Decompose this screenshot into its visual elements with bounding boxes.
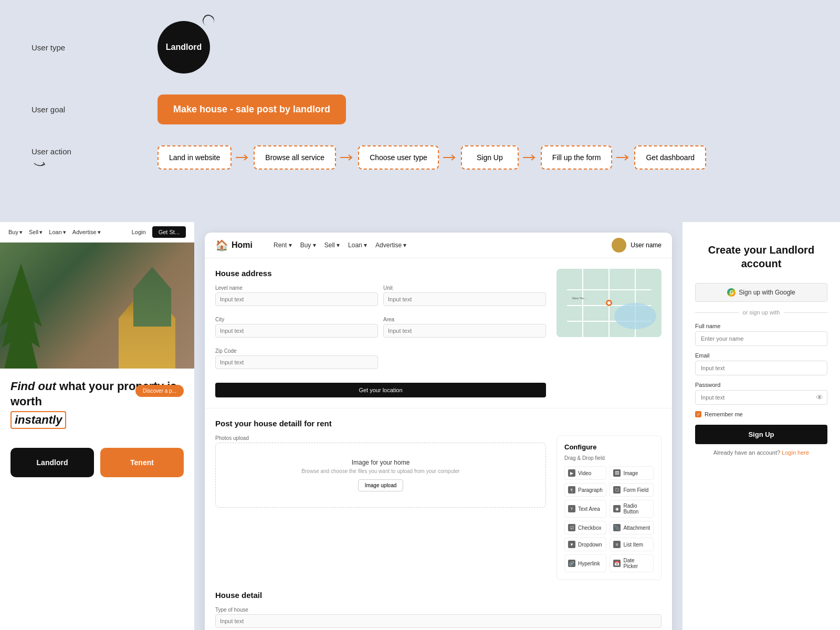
- checkbox-icon: ☑: [568, 524, 575, 531]
- upload-desc: Browse and choose the files you want to …: [226, 468, 535, 474]
- config-radio[interactable]: ◉ Radio Button: [610, 500, 654, 518]
- signup-title: Create your Landlord account: [695, 243, 827, 270]
- attachment-icon: 📎: [613, 524, 621, 531]
- svg-text:New Yor...: New Yor...: [572, 297, 586, 300]
- divider-line-right: [784, 312, 827, 313]
- city-label: City: [215, 317, 378, 322]
- landlord-button[interactable]: Landlord: [10, 448, 94, 477]
- config-dropdown[interactable]: ▼ Dropdown: [564, 538, 606, 551]
- full-name-input[interactable]: [695, 331, 827, 346]
- remember-row: ✓ Remember me: [695, 411, 827, 417]
- address-grid: Level name Unit City Area: [215, 285, 546, 374]
- radio-icon: ◉: [613, 505, 621, 512]
- form-nav-rent[interactable]: Rent ▾: [274, 242, 292, 249]
- unit-input[interactable]: [383, 292, 546, 306]
- nav-advertise[interactable]: Advertise ▾: [72, 229, 101, 236]
- photos-label: Photos upload: [215, 435, 546, 441]
- post-title: Post your house detaill for rent: [215, 419, 662, 428]
- user-type-row: User type Landlord: [32, 21, 808, 74]
- nav-sell[interactable]: Sell ▾: [29, 229, 43, 236]
- logo-area: 🏠 Homi: [215, 239, 253, 251]
- config-list[interactable]: ≡ List Item: [610, 538, 654, 551]
- password-input[interactable]: [695, 390, 827, 405]
- dropdown-icon: ▼: [568, 541, 575, 548]
- nav-loan[interactable]: Loan ▾: [49, 229, 66, 236]
- left-nav: Buy ▾ Sell ▾ Loan ▾ Advertise ▾ Login Ge…: [0, 222, 194, 243]
- email-input[interactable]: [695, 361, 827, 375]
- form-nav-sell[interactable]: Sell ▾: [324, 242, 340, 249]
- map-placeholder: New Yor...: [556, 269, 662, 337]
- instantly-label: instantly: [10, 411, 66, 429]
- configure-box: Configure Drag & Drop field ▶ Video 🖼 Im…: [556, 435, 662, 580]
- bottom-section: Buy ▾ Sell ▾ Loan ▾ Advertise ▾ Login Ge…: [0, 222, 840, 630]
- nav-user: User name: [612, 238, 662, 253]
- signup-button[interactable]: Sign Up: [695, 425, 827, 444]
- arrow-2: [339, 152, 355, 163]
- user-type-buttons: ↙ Landlord Tenent: [0, 439, 194, 486]
- config-date[interactable]: 📅 Date Picker: [610, 554, 654, 572]
- house-address-section: House address Level name Unit City: [205, 258, 672, 408]
- get-location-button[interactable]: Get your location: [215, 383, 546, 397]
- nav-avatar: [612, 238, 626, 253]
- type-label: Type of house: [215, 607, 662, 613]
- area-input[interactable]: [383, 324, 546, 338]
- landlord-circle: Landlord: [158, 21, 210, 74]
- image-upload-button[interactable]: Image upload: [358, 479, 404, 491]
- form-card: 🏠 Homi Rent ▾ Buy ▾ Sell ▾ Loan ▾ Advert…: [205, 233, 672, 630]
- left-panel-landing: Buy ▾ Sell ▾ Loan ▾ Advertise ▾ Login Ge…: [0, 222, 194, 630]
- area-label: Area: [383, 317, 546, 322]
- zip-label: Zip Code: [215, 348, 378, 354]
- drag-drop-label: Drag & Drop field: [564, 455, 654, 461]
- google-btn-label: Sign up with Google: [739, 289, 795, 296]
- city-input[interactable]: [215, 324, 378, 338]
- password-label: Password: [695, 382, 827, 388]
- config-image[interactable]: 🖼 Image: [610, 466, 654, 480]
- login-button[interactable]: Login: [132, 229, 146, 235]
- login-here-link[interactable]: Login here: [782, 449, 809, 456]
- middle-panel-form: 🏠 Homi Rent ▾ Buy ▾ Sell ▾ Loan ▾ Advert…: [194, 222, 682, 630]
- arrow-1: [235, 152, 250, 163]
- google-icon: G: [727, 288, 736, 297]
- config-grid: ▶ Video 🖼 Image ¶ Paragraph: [564, 466, 654, 572]
- image-icon: 🖼: [613, 469, 621, 477]
- user-goal-box: Make house - sale post by landlord: [158, 94, 346, 124]
- type-input[interactable]: [215, 614, 662, 628]
- form-nav-advertise[interactable]: Advertise ▾: [375, 242, 406, 249]
- config-textarea[interactable]: T Text Area: [564, 500, 606, 518]
- remember-checkbox[interactable]: ✓: [695, 411, 701, 417]
- form-nav-buy[interactable]: Buy ▾: [300, 242, 316, 249]
- zip-input[interactable]: [215, 355, 378, 369]
- config-video[interactable]: ▶ Video: [564, 466, 606, 480]
- house-detail-title: House detail: [215, 591, 662, 600]
- user-goal-row: User goal Make house - sale post by land…: [32, 94, 808, 124]
- config-checkbox[interactable]: ☑ Checkbox: [564, 521, 606, 534]
- form-left: House address Level name Unit City: [215, 269, 546, 397]
- action-step-6: Get dashboard: [634, 145, 706, 170]
- form-nav-loan[interactable]: Loan ▾: [348, 242, 367, 249]
- tenant-button[interactable]: Tenent: [100, 448, 184, 477]
- google-signup-button[interactable]: G Sign up with Google: [695, 283, 827, 302]
- upload-area: Image for your home Browse and choose th…: [215, 443, 546, 508]
- user-action-label: User action: [32, 147, 136, 169]
- config-paragraph[interactable]: ¶ Paragraph: [564, 483, 606, 497]
- hero-tree: [0, 264, 42, 369]
- nav-buy[interactable]: Buy ▾: [8, 229, 23, 236]
- level-name-input[interactable]: [215, 292, 378, 306]
- type-of-house-group: Type of house: [215, 607, 662, 628]
- password-eye-icon[interactable]: 👁: [816, 393, 823, 402]
- remember-label: Remember me: [705, 411, 743, 417]
- logo-icon: 🏠: [215, 239, 228, 251]
- config-attachment[interactable]: 📎 Attachment: [610, 521, 654, 534]
- full-name-label: Full name: [695, 323, 827, 329]
- post-section: Post your house detaill for rent Photos …: [205, 408, 672, 591]
- configure-title: Configure: [564, 443, 654, 451]
- user-type-label: User type: [32, 43, 136, 52]
- user-action-row: User action Land in website Browse all s…: [32, 145, 808, 170]
- get-started-button[interactable]: Get St...: [152, 226, 186, 238]
- config-hyperlink[interactable]: 🔗 Hyperlink: [564, 554, 606, 572]
- password-wrapper: 👁: [695, 390, 827, 405]
- divider-line-left: [695, 312, 739, 313]
- arrow-4: [522, 152, 538, 163]
- config-form-field[interactable]: ☐ Form Field: [610, 483, 654, 497]
- action-arrow-icon: [32, 158, 47, 169]
